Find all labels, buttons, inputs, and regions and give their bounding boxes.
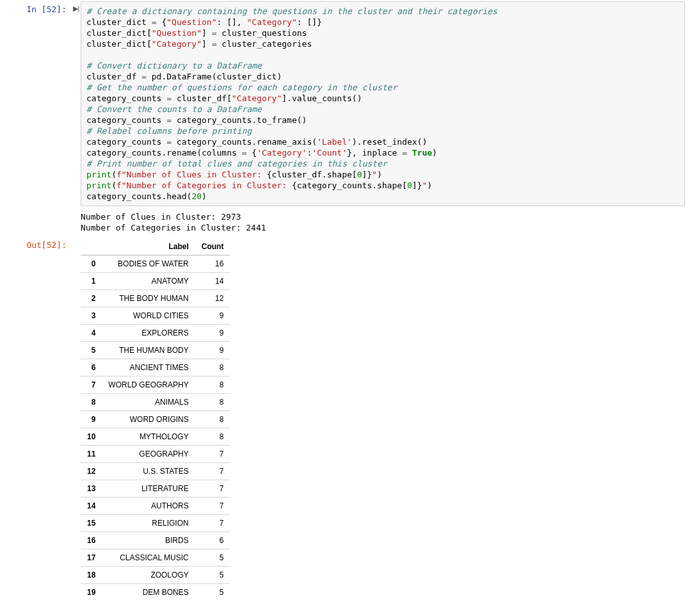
row-index: 17 (81, 549, 102, 567)
table-row: 14AUTHORS7 (81, 498, 230, 515)
table-row: 0BODIES OF WATER16 (81, 255, 230, 273)
row-label: ZOOLOGY (102, 567, 195, 584)
code-token: # Get the number of questions for each c… (86, 83, 397, 92)
row-index: 10 (81, 428, 102, 446)
row-index: 9 (81, 411, 102, 428)
code-token: : []} (297, 17, 322, 27)
output-table: Label Count 0BODIES OF WATER161ANATOMY14… (81, 238, 230, 601)
stdout-text: Number of Clues in Cluster: 2973 Number … (81, 209, 689, 234)
code-token: f"Number of Categories in Cluster: (117, 181, 292, 190)
row-index: 0 (81, 255, 102, 273)
table-row: 13LITERATURE7 (81, 480, 230, 498)
table-row: 2THE BODY HUMAN12 (81, 290, 230, 307)
code-token: cluster_dict[ (86, 39, 152, 49)
code-token: ]} (412, 181, 422, 190)
code-token: cluster_df (86, 72, 141, 81)
row-label: DEM BONES (102, 584, 195, 601)
code-input[interactable]: # Create a dictionary containing the que… (81, 1, 685, 206)
code-token: # Print number of total clues and catego… (86, 159, 387, 168)
input-prompt: In [52]: (0, 1, 72, 18)
code-token: "Question" (152, 28, 202, 38)
row-count: 7 (195, 515, 230, 532)
table-row: 9WORD ORIGINS8 (81, 411, 230, 428)
row-index: 19 (81, 584, 102, 601)
row-count: 5 (195, 584, 230, 601)
code-token: # Convert dictionary to a DataFrame (86, 61, 262, 70)
code-token: 'Label' (317, 137, 352, 147)
row-index: 7 (81, 377, 102, 394)
code-token: 'Count' (312, 148, 347, 158)
row-label: ANCIENT TIMES (102, 359, 195, 377)
code-token: cluster_categories (217, 39, 312, 49)
table-row: 5THE HUMAN BODY9 (81, 342, 230, 359)
code-token: category_counts.rename(columns (86, 148, 242, 158)
row-count: 5 (195, 567, 230, 584)
empty-prompt (0, 209, 72, 215)
code-token: ) (427, 181, 432, 190)
row-index: 4 (81, 325, 102, 342)
row-count: 9 (195, 342, 230, 359)
code-token: : [], (217, 17, 247, 27)
code-token: ].value_counts() (282, 93, 362, 103)
code-token: 'Category' (257, 148, 307, 158)
code-token: ).reset_index() (352, 137, 427, 147)
row-label: RELIGION (102, 515, 195, 532)
row-label: WORLD CITIES (102, 307, 195, 325)
code-token: = (166, 93, 172, 103)
stdout-cell: Number of Clues in Cluster: 2973 Number … (0, 207, 692, 236)
code-token: = (166, 137, 172, 147)
code-token: 20 (191, 191, 202, 201)
row-index: 14 (81, 498, 102, 515)
row-label: WORD ORIGINS (102, 411, 195, 428)
code-token: "Category" (232, 93, 282, 103)
table-row: 8ANIMALS8 (81, 394, 230, 411)
row-count: 14 (195, 273, 230, 290)
code-token: "Question" (166, 17, 216, 27)
row-count: 9 (195, 325, 230, 342)
row-count: 6 (195, 532, 230, 549)
code-token: cluster_dict[ (86, 28, 152, 38)
code-token: f"Number of Clues in Cluster: (117, 170, 267, 179)
table-row: 17CLASSICAL MUSIC5 (81, 549, 230, 567)
code-token: = (152, 17, 157, 27)
row-label: GEOGRAPHY (102, 446, 195, 463)
table-row: 11GEOGRAPHY7 (81, 446, 230, 463)
input-cell: In [52]: ▶| # Create a dictionary contai… (0, 0, 692, 207)
code-token (407, 148, 412, 158)
row-index: 1 (81, 273, 102, 290)
row-count: 8 (195, 394, 230, 411)
row-label: MYTHOLOGY (102, 428, 195, 446)
code-token: print (86, 181, 111, 190)
table-row: 19DEM BONES5 (81, 584, 230, 601)
row-count: 9 (195, 307, 230, 325)
row-count: 7 (195, 498, 230, 515)
row-index: 3 (81, 307, 102, 325)
row-index: 8 (81, 394, 102, 411)
code-token: category_counts (86, 115, 166, 125)
row-index: 12 (81, 463, 102, 480)
code-token: " (372, 170, 377, 179)
code-token: = (402, 148, 407, 158)
code-token: { (246, 148, 257, 158)
row-label: EXPLORERS (102, 325, 195, 342)
code-token: category_counts.head( (86, 191, 191, 201)
row-label: BODIES OF WATER (102, 255, 195, 273)
row-label: ANATOMY (102, 273, 195, 290)
row-count: 16 (195, 255, 230, 273)
code-token: # Create a dictionary containing the que… (86, 6, 497, 16)
code-token: = (212, 28, 217, 38)
row-label: THE HUMAN BODY (102, 342, 195, 359)
code-token: 0 (407, 181, 412, 190)
output-prompt: Out[52]: (0, 237, 72, 254)
code-token: ( (111, 181, 117, 190)
code-token: cluster_df[ (172, 93, 232, 103)
code-token: # Convert the counts to a DataFrame (86, 104, 262, 114)
code-token: ]} (362, 170, 373, 179)
row-label: BIRDS (102, 532, 195, 549)
table-row: 6ANCIENT TIMES8 (81, 359, 230, 377)
run-cell-icon[interactable]: ▶| (72, 1, 81, 13)
code-token: pd.DataFrame(cluster_dict) (147, 72, 282, 81)
code-token: = (166, 115, 172, 125)
table-row: 7WORLD GEOGRAPHY8 (81, 377, 230, 394)
row-index: 16 (81, 532, 102, 549)
